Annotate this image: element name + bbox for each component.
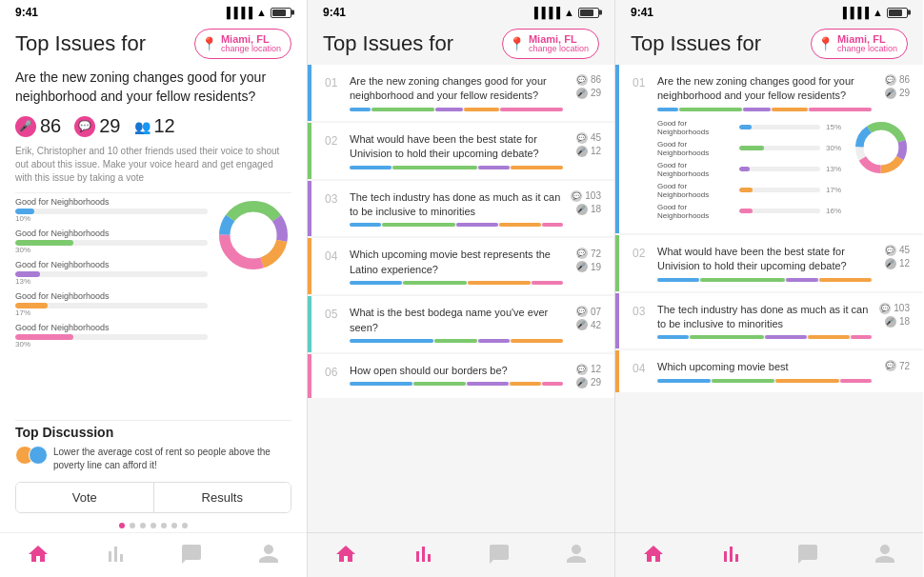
wifi-icon-3: ▲ — [873, 7, 883, 18]
stat-speech-num-1: 86 — [40, 115, 61, 137]
legend-item-2: Good for Neighborhoods 13% — [15, 260, 208, 286]
header-title-2: Top Issues for — [323, 31, 453, 56]
chat-icon-1: 💬 — [74, 116, 95, 137]
stat-people-1: 👥 12 — [134, 115, 175, 137]
q-content-3-1: The tech industry has done as much as it… — [657, 303, 872, 340]
q-num-2-1: 02 — [325, 132, 342, 148]
signal-icon-3: ▐▐▐▐ — [839, 7, 869, 18]
stat-speech-1: 🎤 86 — [15, 115, 61, 137]
battery-icon-3 — [887, 8, 908, 18]
signal-icon-1: ▐▐▐▐ — [223, 7, 252, 18]
q-bars-3-2 — [657, 379, 872, 383]
nav-chat-2[interactable] — [486, 541, 512, 567]
dot-6 — [182, 523, 188, 528]
question-card-3-1[interactable]: 03 The tech industry has done as much as… — [615, 293, 923, 349]
nav-chart-3[interactable] — [717, 541, 744, 567]
chart-section-1: Good for Neighborhoods 10% Good for Neig… — [15, 197, 291, 354]
people-icon-1: 👥 — [134, 119, 151, 134]
nav-person-1[interactable] — [255, 541, 282, 567]
nav-chat-1[interactable] — [178, 541, 205, 567]
question-card-2-0[interactable]: 01 Are the new zoning changes good for y… — [308, 65, 614, 121]
header-2: Top Issues for 📍 Miami, FL change locati… — [308, 21, 614, 65]
avatar-2 — [29, 446, 48, 465]
location-badge-3[interactable]: 📍 Miami, FL change location — [811, 29, 908, 59]
q-bars-2-2 — [350, 223, 563, 227]
q-num-3-0: 02 — [633, 245, 650, 260]
bottom-nav-2 — [308, 532, 614, 577]
discussion-text-1: Lower the average cost of rent so people… — [53, 446, 291, 472]
discussion-item-1: Lower the average cost of rent so people… — [15, 446, 291, 472]
q-bars-3-0 — [657, 278, 872, 282]
question-card-2-4[interactable]: 05 What is the best bodega name you've e… — [308, 296, 614, 352]
question-card-3-0[interactable]: 02 What would have been the best state f… — [615, 235, 923, 291]
svg-point-11 — [859, 126, 902, 169]
q-content-3-0: What would have been the best state for … — [657, 245, 872, 282]
legend-list-1: Good for Neighborhoods 10% Good for Neig… — [15, 197, 208, 354]
q-text-3-1: The tech industry has done as much as it… — [657, 303, 872, 332]
location-text-1: Miami, FL change location — [221, 33, 281, 54]
nav-chart-1[interactable] — [102, 541, 129, 567]
question-card-2-2[interactable]: 03 The tech industry has done as much as… — [308, 181, 614, 237]
q-bars-2-5 — [350, 382, 563, 386]
expanded-q-stats-3: 💬 86 🎤 29 — [879, 74, 910, 99]
location-change-1[interactable]: change location — [221, 45, 281, 54]
expanded-card-3[interactable]: 01 Are the new zoning changes good for y… — [615, 65, 923, 233]
q-stats-2-3: 💬 72 🎤 19 — [571, 248, 601, 272]
location-badge-1[interactable]: 📍 Miami, FL change location — [194, 29, 291, 59]
panel-1: 9:41 ▐▐▐▐ ▲ Top Issues for 📍 Miami, FL c… — [0, 0, 308, 577]
q-stats-2-2: 💬 103 🎤 18 — [571, 190, 601, 215]
status-icons-2: ▐▐▐▐ ▲ — [531, 7, 599, 18]
dot-2 — [140, 523, 146, 528]
question-card-2-1[interactable]: 02 What would have been the best state f… — [308, 123, 614, 179]
nav-home-1[interactable] — [25, 541, 51, 567]
status-bar-3: 9:41 ▐▐▐▐ ▲ — [615, 0, 923, 21]
header-title-1: Top Issues for — [15, 31, 146, 56]
panel-2: 9:41 ▐▐▐▐ ▲ Top Issues for 📍 Miami, FL c… — [308, 0, 615, 577]
location-pin-2: 📍 — [509, 36, 525, 51]
q-stats-3-1: 💬 103 🎤 18 — [879, 303, 910, 328]
q-text-3-0: What would have been the best state for … — [657, 245, 872, 274]
bottom-nav-3 — [615, 532, 923, 577]
expanded-q-text-3: Are the new zoning changes good for your… — [657, 74, 872, 104]
expanded-header-3: 01 Are the new zoning changes good for y… — [633, 74, 910, 111]
q-stats-3-0: 💬 45 🎤 12 — [879, 245, 910, 269]
q-num-3-1: 03 — [633, 303, 650, 318]
results-button-1[interactable]: Results — [153, 483, 291, 512]
dot-1 — [130, 523, 135, 528]
q-stats-2-4: 💬 07 🎤 42 — [571, 306, 601, 330]
signal-icon-2: ▐▐▐▐ — [531, 7, 560, 18]
microphone-icon-1: 🎤 — [15, 116, 36, 137]
q-bars-2-4 — [350, 339, 563, 343]
bottom-nav-1 — [0, 532, 307, 577]
question-card-3-2[interactable]: 04 Which upcoming movie best 💬 72 — [615, 350, 923, 391]
stat-chat-num-1: 29 — [99, 115, 120, 137]
q-content-3-2: Which upcoming movie best — [657, 360, 872, 382]
nav-chat-3[interactable] — [794, 541, 821, 567]
question-card-2-3[interactable]: 04 Which upcoming movie best represents … — [308, 238, 614, 294]
location-change-3[interactable]: change location — [837, 45, 897, 54]
question-card-2-5[interactable]: 06 How open should our borders be? 💬 12 — [308, 354, 614, 398]
expanded-detail-3: Good for Neighborhoods 15% Good for Neig… — [633, 119, 910, 224]
vote-button-1[interactable]: Vote — [16, 483, 153, 512]
q-content-2-2: The tech industry has done as much as it… — [350, 190, 563, 228]
nav-home-3[interactable] — [640, 541, 667, 567]
location-text-3: Miami, FL change location — [837, 33, 897, 54]
nav-chart-2[interactable] — [410, 541, 436, 567]
expanded-q-bars-3 — [657, 108, 872, 111]
nav-person-2[interactable] — [563, 541, 590, 567]
location-change-2[interactable]: change location — [529, 45, 589, 54]
nav-person-3[interactable] — [872, 541, 898, 567]
legend-item-0: Good for Neighborhoods 10% — [15, 197, 208, 223]
legend-item-1: Good for Neighborhoods 30% — [15, 229, 208, 254]
nav-home-2[interactable] — [332, 541, 359, 567]
donut-chart-1 — [215, 197, 291, 273]
q-text-2-1: What would have been the best state for … — [350, 132, 563, 162]
action-buttons-1: Vote Results — [15, 482, 291, 513]
location-badge-2[interactable]: 📍 Miami, FL change location — [502, 29, 599, 59]
location-pin-1: 📍 — [201, 36, 217, 51]
location-text-2: Miami, FL change location — [529, 33, 589, 54]
q-num-2-2: 03 — [325, 190, 342, 206]
dot-0 — [119, 523, 125, 528]
q-bars-2-1 — [350, 166, 563, 169]
stat-chat-1: 💬 29 — [74, 115, 120, 137]
